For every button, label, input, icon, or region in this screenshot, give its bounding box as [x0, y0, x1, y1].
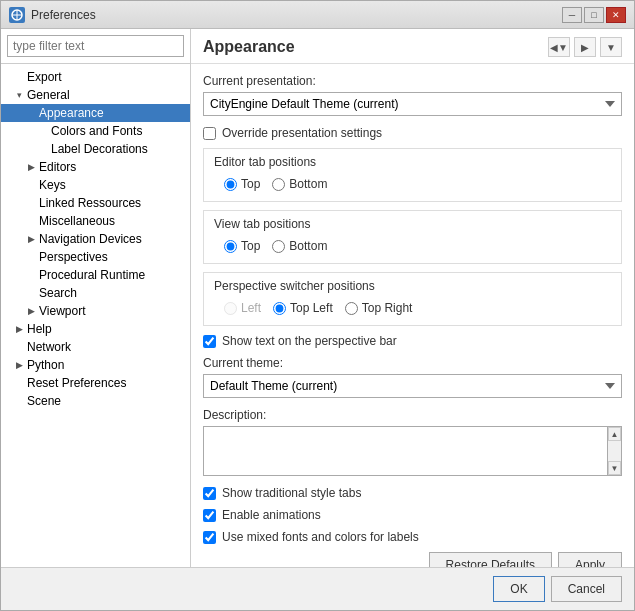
use-mixed-fonts-label[interactable]: Use mixed fonts and colors for labels: [222, 530, 419, 544]
override-label[interactable]: Override presentation settings: [222, 126, 382, 140]
search-input[interactable]: [7, 35, 184, 57]
enable-animations-label[interactable]: Enable animations: [222, 508, 321, 522]
editor-tab-bottom-label[interactable]: Bottom: [289, 177, 327, 191]
perspective-top-left-label[interactable]: Top Left: [290, 301, 333, 315]
back-button[interactable]: ◀▼: [548, 37, 570, 57]
minimize-button[interactable]: ─: [562, 7, 582, 23]
perspective-top-right-row: Top Right: [345, 301, 413, 315]
view-tab-radio-group: Top Bottom: [214, 235, 611, 257]
panel-header: Appearance ◀▼ ▶ ▼: [191, 29, 634, 64]
arrow-icon: [13, 71, 25, 83]
editor-tab-bottom-radio[interactable]: [272, 178, 285, 191]
arrow-icon: [25, 179, 37, 191]
close-button[interactable]: ✕: [606, 7, 626, 23]
use-mixed-fonts-checkbox[interactable]: [203, 531, 216, 544]
current-presentation-select[interactable]: CityEngine Default Theme (current): [203, 92, 622, 116]
maximize-button[interactable]: □: [584, 7, 604, 23]
sidebar-item-miscellaneous[interactable]: Miscellaneous: [1, 212, 190, 230]
sidebar-item-label: Network: [27, 340, 71, 354]
show-text-checkbox[interactable]: [203, 335, 216, 348]
sidebar-item-label: Navigation Devices: [39, 232, 142, 246]
show-traditional-label[interactable]: Show traditional style tabs: [222, 486, 361, 500]
description-textarea[interactable]: [204, 427, 621, 475]
arrow-icon: [25, 269, 37, 281]
restore-defaults-button[interactable]: Restore Defaults: [429, 552, 552, 567]
sidebar-item-label: Perspectives: [39, 250, 108, 264]
search-box: [1, 29, 190, 64]
view-tab-bottom-radio[interactable]: [272, 240, 285, 253]
arrow-icon: ▶: [25, 233, 37, 245]
override-checkbox[interactable]: [203, 127, 216, 140]
editor-tab-radio-group: Top Bottom: [214, 173, 611, 195]
show-traditional-checkbox[interactable]: [203, 487, 216, 500]
preferences-window: Preferences ─ □ ✕ Export ▾ Gene: [0, 0, 635, 611]
sidebar-item-general[interactable]: ▾ General: [1, 86, 190, 104]
perspective-left-radio[interactable]: [224, 302, 237, 315]
enable-animations-checkbox[interactable]: [203, 509, 216, 522]
more-button[interactable]: ▼: [600, 37, 622, 57]
perspective-top-left-row: Top Left: [273, 301, 333, 315]
sidebar-item-linked-ressources[interactable]: Linked Ressources: [1, 194, 190, 212]
view-tab-top-radio[interactable]: [224, 240, 237, 253]
sidebar-item-label: Export: [27, 70, 62, 84]
cancel-button[interactable]: Cancel: [551, 576, 622, 602]
sidebar-item-search[interactable]: Search: [1, 284, 190, 302]
override-checkbox-row: Override presentation settings: [203, 126, 622, 140]
perspective-top-right-label[interactable]: Top Right: [362, 301, 413, 315]
current-presentation-label: Current presentation:: [203, 74, 622, 88]
sidebar-item-keys[interactable]: Keys: [1, 176, 190, 194]
apply-button[interactable]: Apply: [558, 552, 622, 567]
description-label: Description:: [203, 408, 622, 422]
sidebar-item-navigation-devices[interactable]: ▶ Navigation Devices: [1, 230, 190, 248]
current-theme-select[interactable]: Default Theme (current): [203, 374, 622, 398]
view-tab-label: View tab positions: [214, 217, 611, 231]
sidebar-item-editors[interactable]: ▶ Editors: [1, 158, 190, 176]
sidebar-item-reset-preferences[interactable]: Reset Preferences: [1, 374, 190, 392]
scroll-down-arrow[interactable]: ▼: [608, 461, 621, 475]
editor-tab-top-label[interactable]: Top: [241, 177, 260, 191]
show-text-checkbox-row: Show text on the perspective bar: [203, 334, 622, 348]
scroll-up-arrow[interactable]: ▲: [608, 427, 621, 441]
page-title: Appearance: [203, 38, 295, 56]
sidebar-item-appearance[interactable]: Appearance: [1, 104, 190, 122]
editor-tab-bottom-row: Bottom: [272, 177, 327, 191]
arrow-icon: [25, 287, 37, 299]
sidebar-item-procedural-runtime[interactable]: Procedural Runtime: [1, 266, 190, 284]
perspective-left-label[interactable]: Left: [241, 301, 261, 315]
sidebar-item-label-decorations[interactable]: Label Decorations: [1, 140, 190, 158]
sidebar-item-python[interactable]: ▶ Python: [1, 356, 190, 374]
perspective-switcher-radio-group: Left Top Left Top Right: [214, 297, 611, 319]
editor-tab-top-radio[interactable]: [224, 178, 237, 191]
sidebar-item-network[interactable]: Network: [1, 338, 190, 356]
forward-button[interactable]: ▶: [574, 37, 596, 57]
sidebar-item-colors-fonts[interactable]: Colors and Fonts: [1, 122, 190, 140]
arrow-icon: ▶: [25, 161, 37, 173]
sidebar-item-scene[interactable]: Scene: [1, 392, 190, 410]
window-title: Preferences: [31, 8, 96, 22]
sidebar-item-label: General: [27, 88, 70, 102]
ok-button[interactable]: OK: [493, 576, 544, 602]
sidebar-item-export[interactable]: Export: [1, 68, 190, 86]
editor-tab-section: Editor tab positions Top Bottom: [203, 148, 622, 202]
view-tab-bottom-label[interactable]: Bottom: [289, 239, 327, 253]
sidebar-item-label: Viewport: [39, 304, 85, 318]
sidebar-item-label: Reset Preferences: [27, 376, 126, 390]
arrow-icon: ▶: [25, 305, 37, 317]
perspective-left-row: Left: [224, 301, 261, 315]
tree: Export ▾ General Appearance Colors and F…: [1, 64, 190, 567]
description-wrapper: ▲ ▼: [203, 426, 622, 476]
arrow-icon: [25, 107, 37, 119]
perspective-top-left-radio[interactable]: [273, 302, 286, 315]
arrow-icon: [25, 197, 37, 209]
sidebar-item-help[interactable]: ▶ Help: [1, 320, 190, 338]
sidebar-item-perspectives[interactable]: Perspectives: [1, 248, 190, 266]
perspective-top-right-radio[interactable]: [345, 302, 358, 315]
show-text-label[interactable]: Show text on the perspective bar: [222, 334, 397, 348]
sidebar-item-viewport[interactable]: ▶ Viewport: [1, 302, 190, 320]
content-area: Export ▾ General Appearance Colors and F…: [1, 29, 634, 567]
current-theme-group: Current theme: Default Theme (current): [203, 356, 622, 398]
view-tab-top-label[interactable]: Top: [241, 239, 260, 253]
title-bar: Preferences ─ □ ✕: [1, 1, 634, 29]
arrow-icon: ▶: [13, 359, 25, 371]
use-mixed-fonts-checkbox-row: Use mixed fonts and colors for labels: [203, 530, 622, 544]
